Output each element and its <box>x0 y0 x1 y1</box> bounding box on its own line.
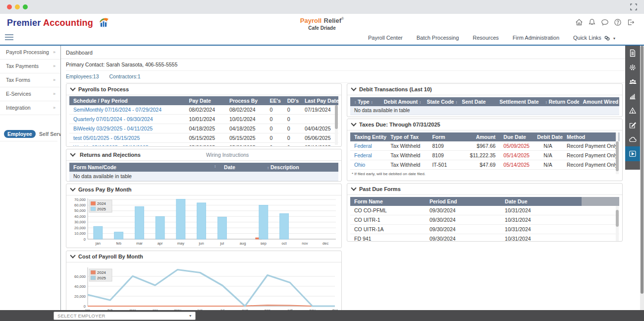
employee-self-service-button[interactable]: Employee Self Service <box>4 129 69 138</box>
employees-group-icon[interactable] <box>625 74 640 89</box>
nav-resources[interactable]: Resources <box>473 35 499 41</box>
sort-icon[interactable]: ↕ <box>371 100 373 105</box>
col-description[interactable]: ↕ Description <box>263 163 338 172</box>
sort-icon[interactable]: ↕ <box>455 100 457 105</box>
chevron-right-icon: » <box>53 46 55 59</box>
col-pay-date[interactable]: Pay Date <box>185 96 225 105</box>
sidebar-item-e-services[interactable]: E-Services » <box>0 87 60 101</box>
fullscreen-icon[interactable] <box>630 3 637 10</box>
settings-gear-icon[interactable] <box>625 60 640 74</box>
document-icon[interactable] <box>625 46 640 60</box>
col-state-code[interactable]: State Code ↕ <box>423 97 458 106</box>
table-row: CO CO-PFML09/30/202410/31/2024 <box>350 206 619 215</box>
col-method[interactable]: Method <box>563 132 619 141</box>
payroll-link[interactable]: BiWeekly 03/29/2025 - 04/11/2025 <box>69 124 185 133</box>
svg-text:aug: aug <box>240 241 246 246</box>
tutorial-play-button[interactable] <box>625 146 640 161</box>
collapse-icon[interactable] <box>70 85 75 91</box>
col-period-end[interactable]: Period End <box>426 197 501 206</box>
help-icon[interactable] <box>613 18 622 27</box>
table-scrollbar[interactable] <box>616 132 619 174</box>
collapse-icon[interactable] <box>70 253 75 258</box>
col-type[interactable]: ↕ Type ↕ <box>350 97 380 106</box>
taxing-entity-link[interactable]: Federal <box>350 141 386 151</box>
app-title-primary: Payroll <box>300 17 322 24</box>
brand-logo[interactable]: Premier Accounting <box>7 17 110 28</box>
reports-chart-icon[interactable] <box>625 89 640 103</box>
returns-rejections-panel: Returns and Rejections Wiring Instructio… <box>66 149 342 182</box>
payroll-link[interactable]: test 05/01/2025 - 05/15/2025 <box>69 133 185 143</box>
collapse-icon[interactable] <box>351 185 356 191</box>
gross-pay-bar-chart: 010,00020,00030,00040,00050,00060,00070,… <box>68 197 340 247</box>
maximize-window-icon[interactable] <box>23 4 28 9</box>
col-date-due[interactable]: Date Due <box>501 197 582 206</box>
payroll-link[interactable]: SemiMonthly 07/16/2024 - 07/29/2024 <box>69 105 185 115</box>
col-form-name-code[interactable]: Form Name/Code ↕ <box>69 163 220 172</box>
alerts-warning-icon[interactable] <box>625 103 640 118</box>
sort-icon[interactable]: ↕ <box>545 100 547 105</box>
col-form-name[interactable]: Form Name <box>350 197 426 206</box>
nav-quick-links[interactable]: Quick Links ▾ <box>573 35 615 41</box>
payrolls-table: Schedule / Pay Period Pay Date Process B… <box>69 96 338 146</box>
notifications-bell-icon[interactable] <box>588 18 596 27</box>
sort-icon[interactable]: ↕ <box>354 100 356 105</box>
taxing-entity-link[interactable]: Federal <box>350 151 386 160</box>
svg-text:10,000: 10,000 <box>74 231 86 236</box>
col-last-pay-date[interactable]: Last Pay Date <box>301 96 338 105</box>
svg-text:0: 0 <box>84 237 86 242</box>
col-ees[interactable]: EE's <box>266 96 283 105</box>
col-debit-amount[interactable]: Debit Amount ↕ <box>380 97 423 106</box>
col-process-by[interactable]: Process By <box>225 96 266 105</box>
sidebar-item-payroll-processing[interactable]: Payroll Processing » <box>0 46 60 60</box>
col-sent-date[interactable]: Sent Date <box>458 97 495 106</box>
col-form[interactable]: Form <box>428 132 463 141</box>
cloud-icon[interactable] <box>625 132 640 146</box>
svg-text:oct: oct <box>282 241 287 246</box>
table-scrollbar[interactable] <box>616 206 619 242</box>
nav-firm-administration[interactable]: Firm Administration <box>513 35 559 41</box>
scrollbar-thumb[interactable] <box>641 46 644 294</box>
table-scrollbar[interactable] <box>335 105 338 145</box>
svg-text:2024: 2024 <box>97 201 106 206</box>
payroll-link[interactable]: Quarterly 07/01/2024 - 09/30/2024 <box>69 115 185 124</box>
col-amount[interactable]: Amount <box>463 132 499 141</box>
collapse-icon[interactable] <box>70 151 75 156</box>
col-amount-wired[interactable]: Amount Wired <box>579 97 620 106</box>
sidebar-item-label: Payroll Processing <box>6 49 49 55</box>
sort-icon[interactable]: ↕ <box>419 100 421 105</box>
sort-icon[interactable]: ↕ <box>267 166 269 170</box>
sidebar-item-integration[interactable]: Integration » <box>0 101 60 115</box>
col-dds[interactable]: DD's <box>283 96 301 105</box>
col-taxing-entity[interactable]: Taxing Entity <box>350 132 386 141</box>
svg-text:jun: jun <box>199 241 204 246</box>
taxing-entity-link[interactable]: Ohio <box>350 160 386 170</box>
col-settlement-date[interactable]: Settlement Date <box>495 97 541 106</box>
close-window-icon[interactable] <box>7 4 12 9</box>
home-icon[interactable] <box>575 18 584 27</box>
select-employer-dropdown[interactable]: SELECT EMPLOYER ▼ <box>54 312 196 320</box>
edit-compose-icon[interactable] <box>625 118 640 132</box>
col-type-of-tax[interactable]: Type of Tax <box>386 132 428 141</box>
chat-icon[interactable] <box>600 18 609 27</box>
collapse-icon[interactable] <box>351 85 356 91</box>
sort-icon[interactable]: ↕ <box>214 164 216 169</box>
hamburger-menu-icon[interactable] <box>5 34 13 40</box>
page-scrollbar[interactable] <box>640 46 644 310</box>
panel-title: Cost of Payroll By Month <box>78 254 143 259</box>
nav-batch-processing[interactable]: Batch Processing <box>417 35 459 41</box>
wiring-instructions-link[interactable]: Wiring Instructions <box>206 149 249 160</box>
col-return-code[interactable]: ↕ Return Code ↕ <box>541 97 579 106</box>
minimize-window-icon[interactable] <box>15 4 20 9</box>
col-debit-date[interactable]: Debit Date* <box>533 132 563 141</box>
collapse-icon[interactable] <box>70 186 75 191</box>
payroll-link[interactable]: Weekly 05/12/2025 - 05/18/2025 <box>69 143 185 146</box>
panel-title: Taxes Due: Through 07/31/2025 <box>359 122 440 128</box>
sidebar-item-tax-payments[interactable]: Tax Payments » <box>0 60 60 73</box>
col-date[interactable]: Date <box>220 163 263 172</box>
collapse-icon[interactable] <box>351 121 356 126</box>
col-schedule[interactable]: Schedule / Pay Period <box>69 96 185 105</box>
col-due-date[interactable]: Due Date <box>499 132 533 141</box>
logout-icon[interactable] <box>626 18 635 27</box>
sidebar-item-tax-forms[interactable]: Tax Forms » <box>0 73 60 87</box>
nav-payroll-center[interactable]: Payroll Center <box>368 35 403 41</box>
